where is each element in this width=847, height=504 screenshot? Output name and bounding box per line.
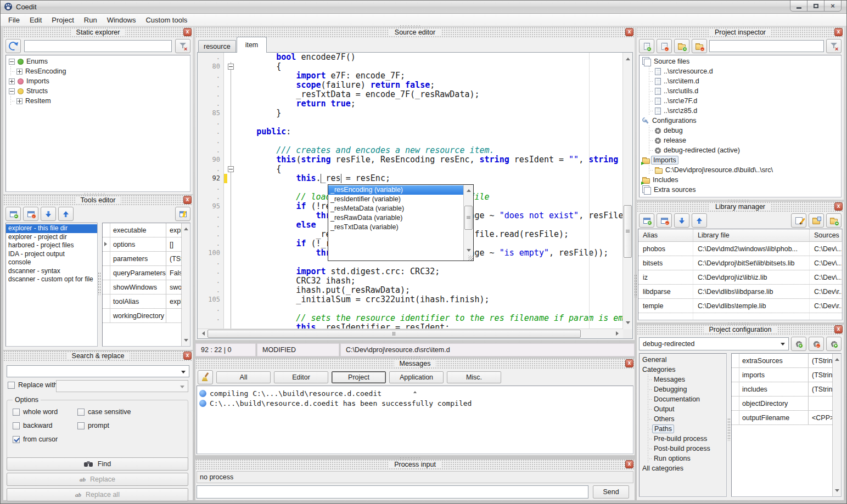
move-tool-down-button[interactable] bbox=[41, 207, 56, 221]
code-line[interactable]: 105 _initialSum = crc322uint(ihash.finis… bbox=[198, 295, 623, 304]
property-row[interactable]: toolAliasexplorer bbox=[103, 295, 190, 309]
static-explorer-header[interactable]: Static explorer x bbox=[3, 27, 193, 37]
column-header[interactable]: Alias bbox=[638, 229, 693, 241]
project-configuration-header[interactable]: Project configuration x bbox=[637, 325, 844, 335]
menu-file[interactable]: File bbox=[3, 15, 25, 25]
completion-item[interactable]: _resMetaData (variable) bbox=[328, 204, 463, 213]
panel-close-button[interactable]: x bbox=[625, 359, 633, 367]
project-tree-item[interactable]: Extra sources bbox=[640, 185, 841, 195]
add-file-button[interactable] bbox=[639, 39, 654, 53]
panel-close-button[interactable]: x bbox=[625, 28, 633, 36]
scrollbar-thumb[interactable] bbox=[464, 206, 473, 230]
menu-project[interactable]: Project bbox=[47, 15, 78, 25]
send-button[interactable]: Send bbox=[593, 485, 629, 499]
menu-custom-tools[interactable]: Custom tools bbox=[141, 15, 192, 25]
code-line[interactable]: . bbox=[198, 304, 623, 314]
fold-collapse-icon[interactable] bbox=[228, 64, 234, 70]
panel-close-button[interactable]: x bbox=[183, 352, 192, 360]
close-button[interactable]: × bbox=[824, 0, 842, 12]
expand-icon[interactable] bbox=[16, 98, 23, 104]
tools-editor-header[interactable]: Tools editor x bbox=[3, 195, 193, 205]
clear-filter-button[interactable] bbox=[826, 39, 842, 53]
scroll-up-arrow[interactable] bbox=[184, 225, 188, 230]
project-tree-item[interactable]: release bbox=[640, 135, 841, 145]
code-line[interactable]: 92 this._res = resEnc; bbox=[198, 174, 623, 183]
symbol-tree-item[interactable]: ResEncoding bbox=[6, 66, 190, 76]
remove-library-button[interactable] bbox=[657, 213, 672, 228]
search-term-combo[interactable] bbox=[7, 365, 189, 377]
refresh-button[interactable] bbox=[5, 39, 21, 53]
category-item[interactable]: Run options bbox=[640, 454, 726, 463]
expand-icon[interactable] bbox=[9, 78, 15, 84]
property-row[interactable]: outputFilename<CPP>..\ bbox=[732, 411, 841, 425]
whole-word-checkbox[interactable] bbox=[13, 409, 20, 416]
symbol-tree-item[interactable]: Imports bbox=[6, 76, 190, 86]
code-line[interactable]: 85 } bbox=[198, 109, 623, 118]
project-tree-item[interactable]: ..\src\resource.d bbox=[640, 66, 841, 76]
resize-grip[interactable] bbox=[468, 256, 473, 261]
code-line[interactable]: . bool encodee7F() bbox=[198, 53, 623, 62]
splitter[interactable] bbox=[727, 199, 750, 202]
panel-close-button[interactable]: x bbox=[183, 28, 192, 36]
backward-checkbox[interactable] bbox=[13, 422, 20, 429]
replace-all-button[interactable]: ab Replace all bbox=[7, 488, 188, 501]
remove-configuration-button[interactable] bbox=[809, 337, 824, 351]
scroll-down-arrow[interactable] bbox=[835, 489, 839, 494]
symbol-tree-item[interactable]: ResItem bbox=[6, 96, 190, 106]
project-tree-item[interactable]: C:\Dev\dproj\resource.d\build\..\src\ bbox=[640, 165, 841, 175]
find-button[interactable]: Find bbox=[7, 457, 188, 471]
prompt-checkbox[interactable] bbox=[77, 422, 85, 429]
menu-edit[interactable]: Edit bbox=[25, 15, 47, 25]
tool-list-item[interactable]: explorer - project dir bbox=[6, 233, 97, 242]
open-library-button[interactable] bbox=[809, 213, 824, 228]
splitter[interactable] bbox=[727, 418, 730, 441]
collapse-icon[interactable] bbox=[9, 59, 15, 65]
code-line[interactable]: . _resTxtData = encode_7F(_resRawData); bbox=[198, 90, 623, 99]
property-row[interactable]: extraSources(TStringL bbox=[732, 354, 841, 368]
panel-close-button[interactable]: x bbox=[183, 196, 192, 204]
filter-all[interactable]: All bbox=[216, 371, 271, 383]
category-item[interactable]: Pre-build process bbox=[640, 434, 726, 444]
add-folder-button[interactable] bbox=[674, 39, 689, 53]
code-line[interactable]: . bbox=[198, 118, 623, 127]
replace-with-checkbox[interactable] bbox=[8, 382, 15, 389]
splitter[interactable] bbox=[634, 274, 637, 297]
grid-scrollbar[interactable] bbox=[832, 354, 841, 496]
category-item[interactable]: Post-build process bbox=[640, 444, 726, 454]
remove-file-button[interactable] bbox=[657, 39, 672, 53]
clear-messages-button[interactable] bbox=[198, 370, 213, 384]
library-row[interactable]: phobosC:\Dev\dmd2\windows\lib\phob...C:\… bbox=[638, 242, 842, 256]
project-tree-item[interactable]: ..\src\z85.d bbox=[640, 106, 841, 116]
library-row[interactable]: libdparseC:\Dev\dlibs\libdparse.libC:\De… bbox=[638, 285, 842, 299]
scroll-left-arrow[interactable] bbox=[200, 331, 205, 336]
project-tree-item[interactable]: Includes bbox=[640, 175, 841, 185]
scroll-right-arrow[interactable] bbox=[616, 331, 621, 336]
add-library-button[interactable] bbox=[639, 213, 654, 228]
symbol-tree-item[interactable]: Structs bbox=[6, 86, 190, 96]
completion-scrollbar[interactable] bbox=[463, 185, 473, 261]
process-input-field[interactable] bbox=[197, 485, 588, 499]
expand-icon[interactable] bbox=[16, 69, 23, 75]
code-line[interactable]: 80 { bbox=[198, 62, 623, 71]
scroll-down-arrow[interactable] bbox=[626, 321, 630, 326]
remove-folder-button[interactable] bbox=[692, 39, 707, 53]
process-input-header[interactable]: Process input x bbox=[195, 460, 635, 469]
splitter[interactable] bbox=[98, 272, 100, 295]
category-item[interactable]: Messages bbox=[640, 375, 726, 384]
completion-item[interactable]: _resEncoding (variable) bbox=[328, 185, 463, 195]
clone-configuration-button[interactable] bbox=[826, 337, 842, 351]
project-tree-item[interactable]: ..\src\e7F.d bbox=[640, 96, 841, 106]
filter-application[interactable]: Application bbox=[389, 371, 444, 383]
project-tree-item[interactable]: ..\src\utils.d bbox=[640, 86, 841, 96]
menu-run[interactable]: Run bbox=[79, 15, 102, 25]
filter-misc[interactable]: Misc. bbox=[447, 371, 501, 383]
code-line[interactable]: . public: bbox=[198, 127, 623, 137]
tool-list-item[interactable]: dscanner - custom opt for file bbox=[6, 275, 97, 284]
edit-library-button[interactable] bbox=[791, 213, 806, 228]
case-sensitive-checkbox[interactable] bbox=[77, 409, 85, 416]
tool-list-item[interactable]: console bbox=[6, 258, 97, 267]
column-header[interactable]: Library file bbox=[693, 229, 810, 241]
code-line[interactable]: . scope(failure) return false; bbox=[198, 81, 623, 90]
move-library-up-button[interactable] bbox=[692, 213, 707, 228]
category-item[interactable]: Others bbox=[640, 414, 726, 424]
